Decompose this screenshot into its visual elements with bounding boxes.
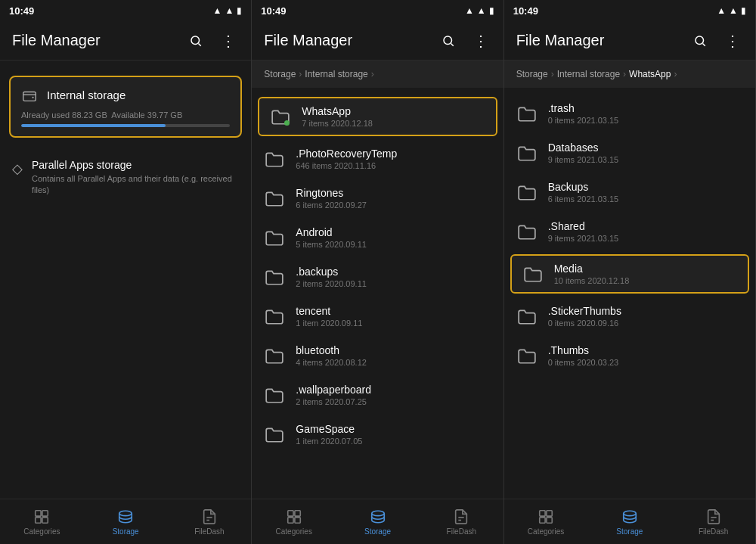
- app-bar-1: File Manager ⋮: [0, 21, 251, 61]
- folder-icon-wrap-bluetooth: [264, 345, 285, 366]
- breadcrumb-storage-3[interactable]: Storage: [516, 69, 548, 79]
- folder-details-media: Media 10 items 2020.12.18: [554, 263, 630, 285]
- nav-categories-1[interactable]: Categories: [0, 503, 84, 541]
- search-icon-2[interactable]: [438, 30, 458, 51]
- folder-details-backups-wa: Backups 6 items 2021.03.15: [548, 181, 619, 204]
- folder-icon-wrap-whatsapp: [270, 106, 291, 127]
- parallel-apps-item[interactable]: ◇ Parallel Apps storage Contains all Par…: [0, 147, 251, 209]
- nav-filedash-2[interactable]: FileDash: [420, 503, 503, 541]
- svg-rect-16: [295, 518, 300, 523]
- folder-icon-wrap-gamespace: [264, 424, 285, 445]
- folder-meta-ringtones: 6 items 2020.09.27: [296, 201, 367, 210]
- app-bar-2: File Manager ⋮: [252, 21, 503, 61]
- folder-name-whatsapp: WhatsApp: [302, 105, 373, 117]
- wifi-icon-2: ▲: [465, 5, 474, 16]
- signal-icon: ▲: [225, 5, 234, 16]
- svg-rect-5: [42, 511, 48, 516]
- breadcrumb-internal-2[interactable]: Internal storage: [305, 69, 367, 79]
- folder-name-shared: .Shared: [548, 220, 619, 232]
- more-icon-2[interactable]: ⋮: [470, 29, 491, 53]
- folder-details-android: Android 5 items 2020.09.11: [296, 226, 367, 249]
- folder-whatsapp[interactable]: WhatsApp 7 items 2020.12.18: [258, 97, 497, 136]
- battery-icon-2: ▮: [489, 5, 494, 16]
- nav-label-filedash-3: FileDash: [699, 527, 728, 536]
- status-bar-2: 10:49 ▲ ▲ ▮: [252, 0, 503, 21]
- folder-trash[interactable]: .trash 0 items 2021.03.15: [504, 94, 755, 133]
- wifi-icon-3: ▲: [717, 5, 726, 16]
- svg-rect-22: [540, 511, 545, 516]
- nav-categories-3[interactable]: Categories: [504, 503, 588, 541]
- nav-storage-3[interactable]: Storage: [587, 503, 671, 541]
- folder-name-stickerthumbs: .StickerThumbs: [548, 305, 621, 317]
- app-bar-icons-1: ⋮: [186, 29, 239, 53]
- more-icon-3[interactable]: ⋮: [722, 29, 743, 53]
- folder-icon-wrap-trash: [516, 103, 538, 124]
- folder-backups-wa[interactable]: Backups 6 items 2021.03.15: [504, 173, 755, 212]
- app-title-3: File Manager: [516, 32, 690, 49]
- signal-icon-3: ▲: [729, 5, 738, 16]
- folder-databases[interactable]: Databases 9 items 2021.03.15: [504, 133, 755, 173]
- status-time-1: 10:49: [9, 5, 34, 17]
- folder-android[interactable]: Android 5 items 2020.09.11: [252, 218, 503, 257]
- folder-stickerthumbs[interactable]: .StickerThumbs 0 items 2020.09.16: [504, 297, 755, 336]
- folder-meta-android: 5 items 2020.09.11: [296, 240, 367, 249]
- status-bar-3: 10:49 ▲ ▲ ▮: [504, 0, 755, 21]
- nav-label-categories-2: Categories: [276, 527, 312, 536]
- svg-point-17: [371, 511, 384, 516]
- app-bar-icons-3: ⋮: [690, 29, 743, 53]
- storage-icon-1: [117, 508, 134, 526]
- folder-bluetooth[interactable]: bluetooth 4 items 2020.08.12: [252, 336, 503, 375]
- nav-filedash-3[interactable]: FileDash: [671, 503, 755, 541]
- storage-name: Internal storage: [47, 89, 125, 101]
- nav-label-storage-2: Storage: [364, 527, 391, 536]
- filedash-icon-1: [201, 508, 218, 526]
- folder-name-wallpaperboard: .wallpaperboard: [296, 384, 371, 396]
- more-icon-1[interactable]: ⋮: [218, 29, 239, 53]
- content-3: .trash 0 items 2021.03.15 Databases 9 it…: [504, 88, 755, 499]
- status-bar-1: 10:49 ▲ ▲ ▮: [0, 0, 251, 21]
- breadcrumb-3: Storage › Internal storage › WhatsApp ›: [504, 61, 755, 88]
- folder-details-trash: .trash 0 items 2021.03.15: [548, 102, 619, 125]
- folder-icon-wrap-thumbs: [516, 345, 538, 366]
- folder-details-databases: Databases 9 items 2021.03.15: [548, 141, 619, 164]
- bottom-nav-3: Categories Storage FileDash: [504, 499, 755, 544]
- svg-rect-24: [540, 518, 545, 523]
- folder-icon-wrap-backups: [264, 266, 285, 288]
- folder-gamespace[interactable]: GameSpace 1 item 2020.07.05: [252, 415, 503, 454]
- breadcrumb-whatsapp-3[interactable]: WhatsApp: [629, 69, 671, 79]
- folder-meta-bluetooth: 4 items 2020.08.12: [296, 358, 367, 367]
- folder-photorecovery[interactable]: .PhotoRecoveryTemp 646 items 2020.11.16: [252, 139, 503, 179]
- folder-name-bluetooth: bluetooth: [296, 344, 367, 356]
- folder-meta-wallpaperboard: 2 items 2020.07.25: [296, 397, 371, 406]
- content-1: Internal storage Already used 88.23 GB A…: [0, 61, 251, 499]
- nav-storage-2[interactable]: Storage: [336, 503, 420, 541]
- folder-icon-wrap-shared: [516, 221, 538, 242]
- folder-meta-media: 10 items 2020.12.18: [554, 276, 630, 285]
- svg-point-8: [119, 511, 132, 516]
- folder-tencent[interactable]: tencent 1 item 2020.09.11: [252, 297, 503, 336]
- folder-details-shared: .Shared 9 items 2021.03.15: [548, 220, 619, 243]
- folder-shared[interactable]: .Shared 9 items 2021.03.15: [504, 212, 755, 251]
- nav-label-categories-1: Categories: [23, 527, 60, 536]
- search-icon-3[interactable]: [690, 30, 710, 51]
- folder-meta-photorecovery: 646 items 2020.11.16: [296, 161, 397, 170]
- folder-ringtones[interactable]: Ringtones 6 items 2020.09.27: [252, 179, 503, 218]
- internal-storage-item[interactable]: Internal storage Already used 88.23 GB A…: [9, 76, 242, 138]
- search-icon-1[interactable]: [186, 30, 206, 51]
- folder-thumbs[interactable]: .Thumbs 0 items 2020.03.23: [504, 336, 755, 375]
- nav-filedash-1[interactable]: FileDash: [168, 503, 252, 541]
- nav-storage-1[interactable]: Storage: [84, 503, 168, 541]
- folder-icon-wrap-stickerthumbs: [516, 306, 538, 327]
- folder-backups[interactable]: .backups 2 items 2020.09.11: [252, 257, 503, 297]
- nav-label-categories-3: Categories: [528, 527, 564, 536]
- folder-media[interactable]: Media 10 items 2020.12.18: [510, 254, 749, 294]
- svg-rect-6: [36, 518, 41, 523]
- storage-drive-icon: [21, 86, 38, 104]
- breadcrumb-sep3-3: ›: [674, 69, 677, 79]
- status-time-2: 10:49: [261, 5, 286, 17]
- folder-wallpaperboard[interactable]: .wallpaperboard 2 items 2020.07.25: [252, 375, 503, 415]
- nav-categories-2[interactable]: Categories: [252, 503, 336, 541]
- breadcrumb-storage-2[interactable]: Storage: [264, 69, 296, 79]
- battery-icon: ▮: [237, 5, 242, 16]
- breadcrumb-internal-3[interactable]: Internal storage: [557, 69, 620, 79]
